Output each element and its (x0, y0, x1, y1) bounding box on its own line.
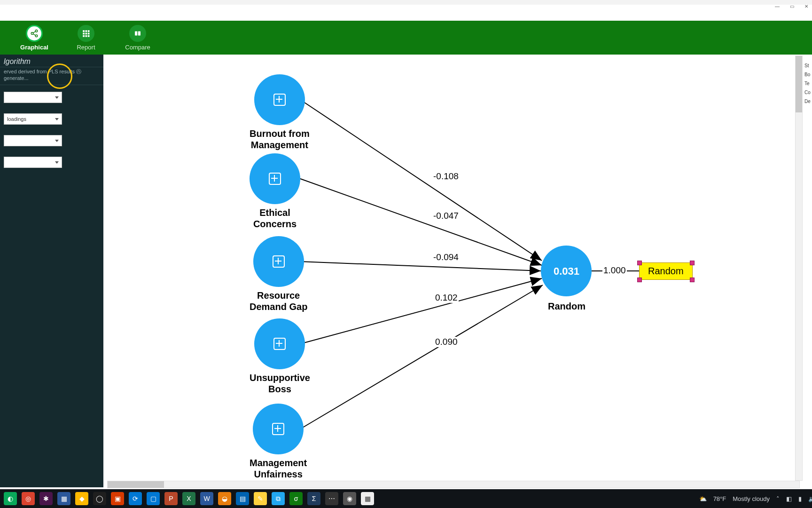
lv-burnout[interactable]: Burnout from Management (250, 74, 310, 151)
svg-line-20 (300, 285, 543, 429)
dropdown-value: loadings (7, 116, 26, 122)
taskbar-app-icon[interactable]: ▤ (236, 492, 249, 505)
lv-circle[interactable] (253, 236, 304, 287)
expand-icon[interactable] (272, 423, 284, 435)
svg-rect-10 (88, 32, 90, 34)
selection-handle[interactable] (690, 278, 695, 282)
taskbar-app-icon[interactable]: ◎ (22, 492, 35, 505)
edges-layer (103, 55, 804, 489)
indicator-random[interactable]: Random (639, 262, 693, 280)
lv-circle[interactable] (254, 74, 305, 125)
taskbar-app-icon[interactable]: ▣ (111, 492, 124, 505)
tab-label: Report (77, 44, 95, 51)
taskbar-app-icon[interactable]: ✎ (254, 492, 267, 505)
svg-rect-11 (83, 35, 85, 37)
tray-battery-icon[interactable]: ▮ (798, 495, 802, 502)
path-coef: -0.094 (432, 252, 460, 262)
window-titlebar (0, 0, 812, 5)
tab-compare[interactable]: Compare (112, 25, 164, 51)
taskbar-app-icon[interactable]: ⟳ (129, 492, 142, 505)
svg-rect-12 (86, 35, 87, 37)
right-properties-panel: St Bo Te Co De (803, 55, 812, 492)
svg-rect-13 (88, 35, 90, 37)
taskbar-app-icon[interactable]: ▢ (147, 492, 160, 505)
path-coef: 0.090 (434, 337, 459, 347)
taskbar-app-icon[interactable]: σ (289, 492, 303, 505)
lv-circle[interactable] (250, 153, 300, 204)
lv-circle[interactable] (253, 404, 304, 454)
selection-handle[interactable] (637, 278, 642, 282)
sidebar-dropdown-1[interactable] (4, 92, 62, 103)
lv-boss[interactable]: Unsupportive Boss (250, 318, 310, 395)
system-tray[interactable]: ⛅ 78°F Mostly cloudy ˄ ◧ ▮ 🔈 (699, 495, 812, 502)
lv-r2-value: 0.031 (554, 265, 579, 278)
svg-point-2 (35, 35, 38, 37)
rp-label: St (804, 63, 811, 68)
scroll-thumb[interactable] (108, 481, 164, 488)
taskbar-app-icon[interactable]: P (164, 492, 178, 505)
taskbar-app-icon[interactable]: ◉ (343, 492, 356, 505)
svg-rect-6 (86, 30, 87, 32)
svg-line-4 (33, 34, 35, 35)
tab-label: Compare (125, 44, 150, 51)
taskbar-app-icon[interactable]: ◐ (4, 492, 17, 505)
lv-circle[interactable] (254, 318, 305, 369)
grid-icon (78, 25, 94, 42)
path-coef: -0.108 (432, 171, 460, 182)
lv-resource[interactable]: Resource Demand Gap (250, 236, 307, 312)
horizontal-scrollbar[interactable] (107, 481, 800, 488)
close-icon[interactable]: ✕ (804, 4, 808, 9)
left-sidebar: lgorithm erved derived from PLS results … (0, 55, 103, 487)
taskbar-app-icon[interactable]: Σ (307, 492, 320, 505)
tray-chevron-icon[interactable]: ˄ (776, 495, 780, 502)
taskbar-app-icon[interactable]: ◆ (75, 492, 88, 505)
windows-taskbar: ◐ ◎ ✱ ▦ ◆ ◯ ▣ ⟳ ▢ P X W ◒ ▤ ✎ ⧉ σ Σ ⋯ ◉ … (0, 489, 812, 508)
vertical-scrollbar[interactable] (795, 56, 803, 481)
svg-rect-9 (86, 32, 87, 34)
sidebar-dropdown-4[interactable] (4, 157, 62, 168)
rp-label: De (804, 99, 811, 104)
tab-label: Graphical (20, 44, 48, 51)
svg-rect-5 (83, 30, 85, 32)
svg-line-16 (300, 100, 542, 261)
expand-icon[interactable] (269, 173, 281, 185)
lv-label: Unsupportive Boss (250, 372, 310, 395)
lv-unfairness[interactable]: Management Unfairness (250, 404, 307, 480)
tab-report[interactable]: Report (60, 25, 112, 51)
selection-handle[interactable] (690, 261, 695, 265)
lv-ethical[interactable]: Ethical Concerns (250, 153, 300, 230)
taskbar-app-icon[interactable]: ✱ (39, 492, 53, 505)
taskbar-app-icon[interactable]: X (182, 492, 195, 505)
sidebar-dropdown-3[interactable] (4, 135, 62, 146)
taskbar-app-icon[interactable]: ⋯ (325, 492, 338, 505)
lv-random-label: Random (548, 301, 586, 312)
taskbar-app-icon[interactable]: ▦ (361, 492, 374, 505)
svg-line-3 (33, 31, 35, 32)
loading-value: 1.000 (602, 265, 627, 276)
selection-handle[interactable] (637, 261, 642, 265)
taskbar-app-icon[interactable]: ◯ (93, 492, 106, 505)
path-coef: -0.047 (432, 211, 460, 221)
path-coef: 0.102 (434, 293, 459, 303)
taskbar-app-icon[interactable]: W (200, 492, 213, 505)
chevron-down-icon (55, 161, 59, 164)
tray-network-icon[interactable]: ◧ (786, 495, 792, 502)
taskbar-app-icon[interactable]: ⧉ (272, 492, 285, 505)
model-canvas[interactable]: Burnout from Management Ethical Concerns… (103, 55, 804, 489)
sidebar-dropdown-2[interactable]: loadings (4, 113, 62, 125)
svg-line-19 (300, 278, 542, 344)
indicator-label: Random (648, 266, 684, 276)
taskbar-app-icon[interactable]: ▦ (57, 492, 70, 505)
weather-icon: ⛅ (699, 495, 707, 502)
share-icon (26, 25, 43, 42)
minimize-icon[interactable]: — (775, 4, 780, 9)
taskbar-app-icon[interactable]: ◒ (218, 492, 231, 505)
expand-icon[interactable] (273, 338, 286, 350)
expand-icon[interactable] (273, 255, 285, 268)
tab-graphical[interactable]: Graphical (8, 25, 60, 51)
expand-icon[interactable] (273, 94, 286, 106)
maximize-icon[interactable]: ▭ (790, 4, 794, 9)
tray-volume-icon[interactable]: 🔈 (808, 495, 812, 502)
scroll-thumb[interactable] (796, 56, 802, 112)
lv-label: Ethical Concerns (250, 207, 300, 230)
